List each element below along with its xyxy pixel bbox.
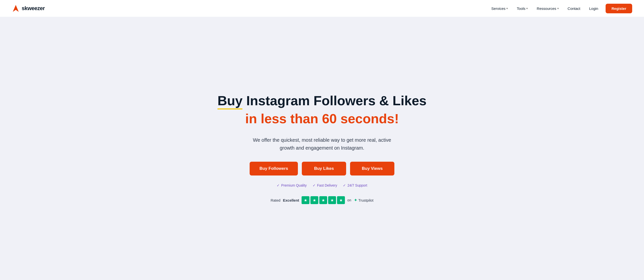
chevron-down-icon: ▾	[506, 7, 508, 10]
check-icon: ✓	[313, 183, 316, 187]
buy-likes-button[interactable]: Buy Likes	[302, 162, 346, 175]
badge-label: 24/7 Support	[347, 183, 367, 187]
hero-heading: Buy Instagram Followers & Likes	[217, 93, 426, 109]
nav-item-ressources[interactable]: Ressources ▾	[533, 5, 562, 13]
check-icon: ✓	[277, 183, 280, 187]
logo-text: skweezer	[22, 5, 45, 12]
svg-marker-0	[13, 5, 19, 12]
star-2: ★	[310, 196, 318, 204]
badge-premium-quality: ✓ Premium Quality	[277, 183, 306, 187]
trustpilot-star-icon: ✦	[354, 197, 358, 203]
hero-badges: ✓ Premium Quality ✓ Fast Delivery ✓ 24/7…	[277, 183, 367, 187]
trustpilot-label: Trustpilot	[358, 198, 374, 202]
nav-item-tools[interactable]: Tools ▾	[513, 5, 531, 13]
hero-buttons: Buy Followers Buy Likes Buy Views	[250, 162, 394, 175]
star-5: ★	[337, 196, 345, 204]
hero-section: Buy Instagram Followers & Likes in less …	[0, 17, 644, 280]
check-icon: ✓	[343, 183, 346, 187]
star-1: ★	[302, 196, 310, 204]
badge-fast-delivery: ✓ Fast Delivery	[313, 183, 337, 187]
hero-subtitle: in less than 60 seconds!	[245, 110, 399, 127]
logo-icon	[12, 5, 20, 12]
hero-title-rest: Instagram Followers & Likes	[246, 93, 426, 108]
rated-on-text: on	[347, 198, 351, 202]
nav-services-label: Services	[491, 7, 506, 11]
nav-login-link[interactable]: Login	[586, 5, 602, 13]
chevron-down-icon: ▾	[557, 7, 559, 10]
chevron-down-icon: ▾	[526, 7, 528, 10]
nav-contact-label: Contact	[568, 7, 580, 11]
navbar: skweezer Services ▾ Tools ▾ Ressources ▾…	[0, 0, 644, 17]
nav-ressources-label: Ressources	[537, 7, 556, 11]
rated-text: Rated	[270, 198, 280, 202]
star-3: ★	[319, 196, 327, 204]
nav-tools-label: Tools	[517, 7, 525, 11]
nav-links: Services ▾ Tools ▾ Ressources ▾ Contact …	[488, 4, 632, 13]
badge-label: Fast Delivery	[317, 183, 337, 187]
buy-views-button[interactable]: Buy Views	[350, 162, 394, 175]
nav-item-contact[interactable]: Contact	[564, 5, 584, 13]
badge-label: Premium Quality	[281, 183, 306, 187]
nav-register-button[interactable]: Register	[606, 4, 632, 13]
trustpilot-stars: ★ ★ ★ ★ ★	[302, 196, 345, 204]
buy-followers-button[interactable]: Buy Followers	[250, 162, 298, 175]
trustpilot-row: Rated Excellent ★ ★ ★ ★ ★ on ✦ Trustpilo…	[270, 196, 374, 204]
trustpilot-logo: ✦ Trustpilot	[354, 197, 374, 203]
nav-item-services[interactable]: Services ▾	[488, 5, 512, 13]
rated-quality: Excellent	[283, 198, 299, 202]
logo[interactable]: skweezer	[12, 5, 45, 12]
badge-support: ✓ 24/7 Support	[343, 183, 367, 187]
star-4: ★	[328, 196, 336, 204]
hero-title-underline-word: Buy	[217, 93, 242, 109]
hero-description: We offer the quickest, most reliable way…	[246, 136, 398, 152]
